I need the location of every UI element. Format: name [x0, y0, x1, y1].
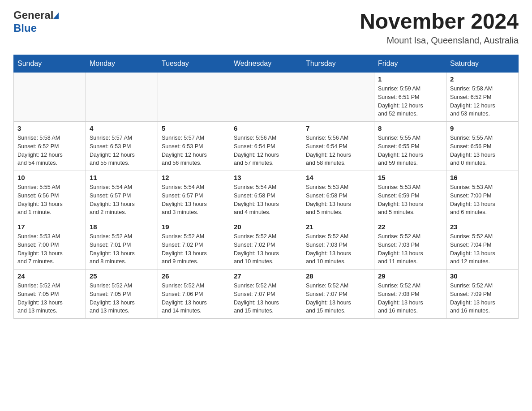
- day-number: 29: [378, 272, 442, 280]
- day-number: 18: [90, 223, 154, 231]
- day-info: Sunrise: 5:54 AM Sunset: 6:57 PM Dayligh…: [162, 183, 226, 217]
- day-info: Sunrise: 5:52 AM Sunset: 7:07 PM Dayligh…: [234, 282, 298, 315]
- calendar-day-cell: [86, 73, 158, 122]
- calendar-day-cell: 6Sunrise: 5:56 AM Sunset: 6:54 PM Daylig…: [230, 122, 302, 171]
- logo-blue-text: Blue: [13, 22, 37, 34]
- calendar-table: SundayMondayTuesdayWednesdayThursdayFrid…: [13, 55, 519, 319]
- day-number: 27: [234, 272, 298, 280]
- day-number: 14: [306, 174, 370, 181]
- day-number: 20: [234, 223, 298, 231]
- day-number: 4: [90, 124, 154, 132]
- day-number: 5: [162, 124, 226, 132]
- day-info: Sunrise: 5:56 AM Sunset: 6:54 PM Dayligh…: [306, 134, 370, 167]
- calendar-header-row: SundayMondayTuesdayWednesdayThursdayFrid…: [14, 55, 519, 73]
- calendar-week-row: 1Sunrise: 5:59 AM Sunset: 6:51 PM Daylig…: [14, 73, 519, 122]
- calendar-header: SundayMondayTuesdayWednesdayThursdayFrid…: [14, 55, 519, 73]
- calendar-day-cell: [14, 73, 86, 122]
- day-number: 10: [17, 174, 82, 181]
- day-info: Sunrise: 5:52 AM Sunset: 7:09 PM Dayligh…: [450, 282, 515, 315]
- calendar-week-row: 3Sunrise: 5:58 AM Sunset: 6:52 PM Daylig…: [14, 122, 519, 171]
- calendar-week-row: 17Sunrise: 5:53 AM Sunset: 7:00 PM Dayli…: [14, 220, 519, 270]
- day-info: Sunrise: 5:53 AM Sunset: 6:58 PM Dayligh…: [306, 183, 370, 217]
- day-info: Sunrise: 5:57 AM Sunset: 6:53 PM Dayligh…: [162, 134, 226, 167]
- calendar-day-cell: 22Sunrise: 5:52 AM Sunset: 7:03 PM Dayli…: [374, 220, 446, 270]
- calendar-day-cell: 9Sunrise: 5:55 AM Sunset: 6:56 PM Daylig…: [446, 122, 519, 171]
- day-number: 19: [162, 223, 226, 231]
- calendar-day-header: Thursday: [302, 55, 374, 73]
- calendar-day-cell: [230, 73, 302, 122]
- day-info: Sunrise: 5:52 AM Sunset: 7:06 PM Dayligh…: [162, 282, 226, 315]
- day-number: 23: [450, 223, 515, 231]
- calendar-day-cell: 1Sunrise: 5:59 AM Sunset: 6:51 PM Daylig…: [374, 73, 446, 122]
- day-number: 15: [378, 174, 442, 181]
- day-number: 21: [306, 223, 370, 231]
- calendar-day-cell: 27Sunrise: 5:52 AM Sunset: 7:07 PM Dayli…: [230, 270, 302, 319]
- day-number: 22: [378, 223, 442, 231]
- page-subtitle: Mount Isa, Queensland, Australia: [360, 35, 519, 46]
- day-number: 11: [90, 174, 154, 181]
- calendar-day-cell: 2Sunrise: 5:58 AM Sunset: 6:52 PM Daylig…: [446, 73, 519, 122]
- calendar-day-cell: 13Sunrise: 5:54 AM Sunset: 6:58 PM Dayli…: [230, 171, 302, 220]
- calendar-day-header: Wednesday: [230, 55, 302, 73]
- day-info: Sunrise: 5:52 AM Sunset: 7:07 PM Dayligh…: [306, 282, 370, 315]
- logo-triangle-icon: [53, 13, 59, 19]
- day-info: Sunrise: 5:52 AM Sunset: 7:04 PM Dayligh…: [450, 232, 515, 266]
- calendar-day-cell: 16Sunrise: 5:53 AM Sunset: 7:00 PM Dayli…: [446, 171, 519, 220]
- calendar-week-row: 10Sunrise: 5:55 AM Sunset: 6:56 PM Dayli…: [14, 171, 519, 220]
- calendar-day-cell: 25Sunrise: 5:52 AM Sunset: 7:05 PM Dayli…: [86, 270, 158, 319]
- day-number: 6: [234, 124, 298, 132]
- day-info: Sunrise: 5:55 AM Sunset: 6:56 PM Dayligh…: [17, 183, 82, 217]
- day-info: Sunrise: 5:53 AM Sunset: 6:59 PM Dayligh…: [378, 183, 442, 217]
- calendar-day-cell: [302, 73, 374, 122]
- day-info: Sunrise: 5:52 AM Sunset: 7:05 PM Dayligh…: [17, 282, 82, 315]
- calendar-day-header: Monday: [86, 55, 158, 73]
- day-info: Sunrise: 5:58 AM Sunset: 6:52 PM Dayligh…: [450, 85, 515, 118]
- calendar-day-cell: 23Sunrise: 5:52 AM Sunset: 7:04 PM Dayli…: [446, 220, 519, 270]
- logo-general-text: General: [13, 9, 53, 22]
- calendar-day-cell: 15Sunrise: 5:53 AM Sunset: 6:59 PM Dayli…: [374, 171, 446, 220]
- day-number: 30: [450, 272, 515, 280]
- calendar-day-cell: 7Sunrise: 5:56 AM Sunset: 6:54 PM Daylig…: [302, 122, 374, 171]
- day-info: Sunrise: 5:55 AM Sunset: 6:56 PM Dayligh…: [450, 134, 515, 167]
- day-info: Sunrise: 5:52 AM Sunset: 7:08 PM Dayligh…: [378, 282, 442, 315]
- calendar-day-cell: 19Sunrise: 5:52 AM Sunset: 7:02 PM Dayli…: [158, 220, 230, 270]
- day-number: 8: [378, 124, 442, 132]
- calendar-day-cell: 28Sunrise: 5:52 AM Sunset: 7:07 PM Dayli…: [302, 270, 374, 319]
- calendar-day-cell: 10Sunrise: 5:55 AM Sunset: 6:56 PM Dayli…: [14, 171, 86, 220]
- day-info: Sunrise: 5:53 AM Sunset: 7:00 PM Dayligh…: [17, 232, 82, 266]
- day-info: Sunrise: 5:53 AM Sunset: 7:00 PM Dayligh…: [450, 183, 515, 217]
- day-info: Sunrise: 5:52 AM Sunset: 7:05 PM Dayligh…: [90, 282, 154, 315]
- calendar-body: 1Sunrise: 5:59 AM Sunset: 6:51 PM Daylig…: [14, 73, 519, 319]
- day-number: 3: [17, 124, 82, 132]
- day-info: Sunrise: 5:55 AM Sunset: 6:55 PM Dayligh…: [378, 134, 442, 167]
- day-number: 1: [378, 75, 442, 83]
- calendar-day-cell: 12Sunrise: 5:54 AM Sunset: 6:57 PM Dayli…: [158, 171, 230, 220]
- calendar-day-cell: 20Sunrise: 5:52 AM Sunset: 7:02 PM Dayli…: [230, 220, 302, 270]
- day-number: 28: [306, 272, 370, 280]
- day-number: 7: [306, 124, 370, 132]
- calendar-day-header: Saturday: [446, 55, 519, 73]
- calendar-day-cell: 30Sunrise: 5:52 AM Sunset: 7:09 PM Dayli…: [446, 270, 519, 319]
- calendar-week-row: 24Sunrise: 5:52 AM Sunset: 7:05 PM Dayli…: [14, 270, 519, 319]
- day-number: 25: [90, 272, 154, 280]
- day-info: Sunrise: 5:59 AM Sunset: 6:51 PM Dayligh…: [378, 85, 442, 118]
- day-number: 17: [17, 223, 82, 231]
- logo: General Blue: [13, 9, 59, 35]
- day-info: Sunrise: 5:52 AM Sunset: 7:02 PM Dayligh…: [234, 232, 298, 266]
- calendar-day-cell: 4Sunrise: 5:57 AM Sunset: 6:53 PM Daylig…: [86, 122, 158, 171]
- day-info: Sunrise: 5:52 AM Sunset: 7:03 PM Dayligh…: [306, 232, 370, 266]
- day-info: Sunrise: 5:57 AM Sunset: 6:53 PM Dayligh…: [90, 134, 154, 167]
- calendar-day-cell: 5Sunrise: 5:57 AM Sunset: 6:53 PM Daylig…: [158, 122, 230, 171]
- day-info: Sunrise: 5:52 AM Sunset: 7:02 PM Dayligh…: [162, 232, 226, 266]
- day-info: Sunrise: 5:58 AM Sunset: 6:52 PM Dayligh…: [17, 134, 82, 167]
- day-number: 2: [450, 75, 515, 83]
- calendar-day-cell: 3Sunrise: 5:58 AM Sunset: 6:52 PM Daylig…: [14, 122, 86, 171]
- day-number: 13: [234, 174, 298, 181]
- calendar-day-header: Friday: [374, 55, 446, 73]
- day-info: Sunrise: 5:52 AM Sunset: 7:01 PM Dayligh…: [90, 232, 154, 266]
- day-info: Sunrise: 5:54 AM Sunset: 6:57 PM Dayligh…: [90, 183, 154, 217]
- calendar-day-header: Tuesday: [158, 55, 230, 73]
- page-header: General Blue November 2024 Mount Isa, Qu…: [13, 9, 519, 46]
- day-info: Sunrise: 5:54 AM Sunset: 6:58 PM Dayligh…: [234, 183, 298, 217]
- calendar-day-cell: 17Sunrise: 5:53 AM Sunset: 7:00 PM Dayli…: [14, 220, 86, 270]
